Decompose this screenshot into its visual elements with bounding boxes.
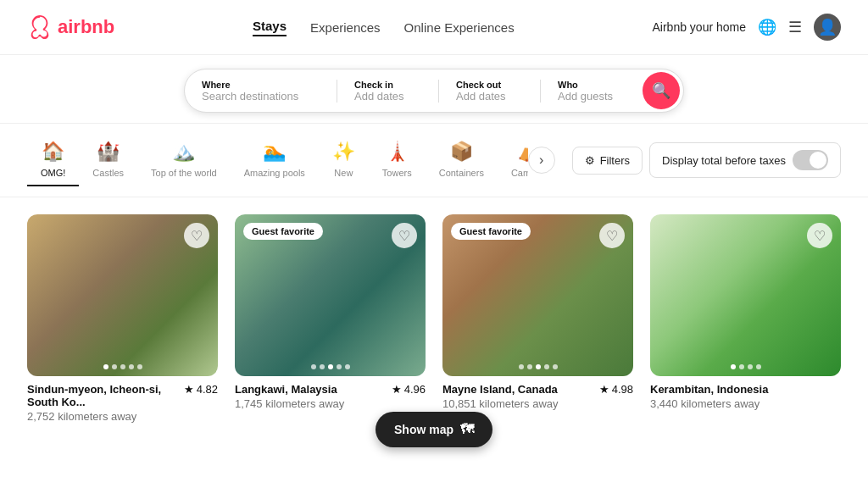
image-dots [519,364,558,369]
category-icon-amazing_pools: 🏊 [263,141,286,163]
category-item-castles[interactable]: 🏰Castles [79,134,137,186]
where-field[interactable]: Where Search destinations [185,80,337,103]
image-dot [553,364,558,369]
favorite-button[interactable]: ♡ [184,223,209,248]
filters-icon: ⚙ [585,154,595,167]
category-item-omg[interactable]: 🏠OMG! [27,134,79,186]
category-item-towers[interactable]: 🗼Towers [369,134,426,186]
category-label-amazing_pools: Amazing pools [244,168,305,178]
listing-info: Langkawi, Malaysia ★4.96 1,745 kilometer… [235,383,426,410]
favorite-button[interactable]: ♡ [599,223,625,248]
image-dots [731,364,761,369]
image-dot [320,364,325,369]
image-dot [112,364,117,369]
globe-icon[interactable]: 🌐 [758,18,776,36]
category-icon-castles: 🏰 [97,141,120,163]
image-dot [337,364,342,369]
who-placeholder: Add guests [558,90,626,103]
who-field[interactable]: Who Add guests [541,80,643,103]
listing-title-row: Kerambitan, Indonesia [650,383,841,396]
nav-right: Airbnb your home 🌐 ☰ 👤 [652,14,841,41]
category-label-new: New [334,168,353,178]
checkin-field[interactable]: Check in Add dates [337,80,439,103]
category-label-towers: Towers [382,168,412,178]
logo[interactable]: airbnb [27,14,114,40]
category-label-camping: Camping [511,168,528,178]
checkin-label: Check in [354,80,421,90]
listing-rating: ★4.82 [184,383,218,396]
listing-card[interactable]: Guest favorite ♡ Mayne Island, Canada ★4… [442,214,633,423]
category-icon-containers: 📦 [450,141,473,163]
category-item-amazing_pools[interactable]: 🏊Amazing pools [231,134,319,186]
nav-stays[interactable]: Stays [253,19,287,36]
listing-rating: ★4.98 [599,383,633,396]
image-dot [748,364,753,369]
menu-icon[interactable]: ☰ [788,18,802,36]
display-taxes-label: Display total before taxes [662,154,786,167]
listing-distance: 10,851 kilometers away [442,397,633,410]
category-list: 🏠OMG!🏰Castles🏔️Top of the world🏊Amazing … [27,134,528,186]
image-dot [120,364,125,369]
guest-favorite-badge: Guest favorite [243,223,323,240]
star-icon: ★ [599,383,609,396]
image-dot [739,364,744,369]
taxes-toggle-switch[interactable] [793,150,828,170]
image-dot [328,364,333,369]
filters-label: Filters [600,154,630,167]
filters-button[interactable]: ⚙ Filters [572,147,643,175]
category-item-top_of_world[interactable]: 🏔️Top of the world [137,134,231,186]
category-bar: 🏠OMG!🏰Castles🏔️Top of the world🏊Amazing … [0,124,868,197]
category-label-containers: Containers [439,168,484,178]
listing-card[interactable]: Guest favorite ♡ Langkawi, Malaysia ★4.9… [235,214,426,423]
image-dot [103,364,108,369]
listing-info: Sindun-myeon, Icheon-si, South Ko... ★4.… [27,383,218,423]
listing-distance: 1,745 kilometers away [235,397,426,410]
checkin-placeholder: Add dates [354,90,421,103]
listing-image-wrapper: ♡ [27,214,218,376]
star-icon: ★ [184,383,194,396]
listing-location: Sindun-myeon, Icheon-si, South Ko... [27,383,177,408]
image-dot [519,364,524,369]
show-map-button[interactable]: Show map 🗺 [376,412,492,440]
listing-title-row: Mayne Island, Canada ★4.98 [442,383,633,396]
listing-info: Mayne Island, Canada ★4.98 10,851 kilome… [442,383,633,410]
category-item-containers[interactable]: 📦Containers [426,134,498,186]
nav-experiences[interactable]: Experiences [310,20,381,35]
avatar[interactable]: 👤 [814,14,841,41]
image-dots [311,364,350,369]
listing-image-wrapper: Guest favorite ♡ [442,214,633,376]
search-bar-section: Where Search destinations Check in Add d… [0,55,868,124]
listing-image-wrapper: Guest favorite ♡ [235,214,426,376]
category-label-top_of_world: Top of the world [151,168,217,178]
listing-card[interactable]: ♡ Kerambitan, Indonesia 3,440 kilometers… [650,214,841,423]
where-label: Where [202,80,320,90]
show-map-label: Show map [394,423,453,436]
guest-favorite-badge: Guest favorite [451,223,531,240]
listings-section: ♡ Sindun-myeon, Icheon-si, South Ko... ★… [0,197,868,440]
search-button[interactable]: 🔍 [643,72,680,109]
nav-online-experiences[interactable]: Online Experiences [404,20,515,35]
checkout-placeholder: Add dates [456,90,523,103]
image-dot [345,364,350,369]
checkout-field[interactable]: Check out Add dates [439,80,541,103]
header: airbnb Stays Experiences Online Experien… [0,0,868,55]
category-icon-camping: ⛺ [518,141,527,163]
image-dot [536,364,541,369]
airbnb-your-home-link[interactable]: Airbnb your home [652,20,746,34]
category-item-new[interactable]: ✨New [319,134,369,186]
favorite-button[interactable]: ♡ [392,223,417,248]
display-taxes-toggle[interactable]: Display total before taxes [649,142,841,178]
listing-image-wrapper: ♡ [650,214,841,376]
favorite-button[interactable]: ♡ [807,223,832,248]
category-icon-towers: 🗼 [386,141,409,163]
category-item-camping[interactable]: ⛺Camping [498,134,528,186]
listing-location: Kerambitan, Indonesia [650,383,834,396]
listing-rating: ★4.96 [392,383,426,396]
category-next-arrow[interactable]: › [528,147,555,174]
image-dot [129,364,134,369]
listing-card[interactable]: ♡ Sindun-myeon, Icheon-si, South Ko... ★… [27,214,218,423]
image-dot [544,364,549,369]
listings-grid: ♡ Sindun-myeon, Icheon-si, South Ko... ★… [27,214,841,423]
category-icon-new: ✨ [332,141,355,163]
where-placeholder: Search destinations [202,90,320,103]
